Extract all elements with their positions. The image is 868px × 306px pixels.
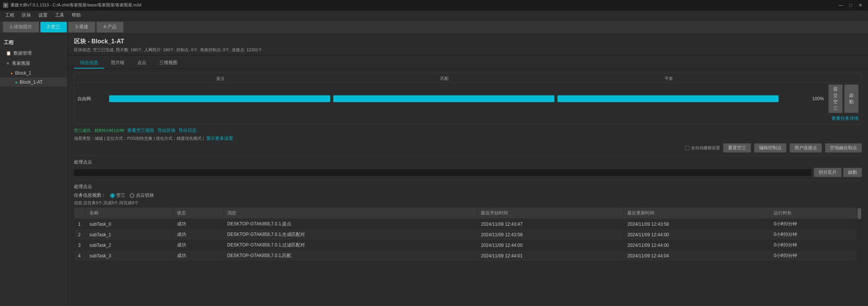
progress-fill-tidu bbox=[109, 95, 330, 102]
row4-message: DESKTOP-GTAK858,7.0.1,匹配 bbox=[223, 251, 477, 261]
menu-item-block[interactable]: 区块 bbox=[18, 11, 35, 19]
col-header-start-time: 最近开始时间 bbox=[477, 208, 623, 219]
row1-name: subTask_0 bbox=[86, 219, 173, 230]
inner-tab-photos[interactable]: 照片组 bbox=[105, 58, 131, 69]
radio-dot-pointcloud bbox=[130, 193, 134, 198]
col-pingcha: 平差 bbox=[557, 76, 780, 81]
workflow-tab-1[interactable]: 1-添加照片 bbox=[3, 22, 39, 32]
block1-status-icon: ● bbox=[11, 71, 13, 75]
sidebar-item-kj-parent[interactable]: ▼ 客家围屋 bbox=[0, 58, 68, 69]
space-link-button[interactable]: 空地融合制点 bbox=[825, 143, 862, 153]
pointcloud-progress-bar bbox=[74, 169, 811, 176]
row2-name: subTask_1 bbox=[86, 230, 173, 240]
show-more-settings-link[interactable]: 显示更多设置 bbox=[206, 135, 233, 142]
sidebar-item-block1[interactable]: ● Block_1 bbox=[0, 69, 68, 78]
progress-row-ziyouwang: 自由网 100% 提交空三 啟動 bbox=[76, 83, 860, 115]
workflow-tabs: 1-添加照片 2-空三 3-重建 4-产品 bbox=[0, 20, 868, 34]
row4-num: 4 bbox=[74, 251, 86, 261]
block-title: 区块 - Block_1-AT bbox=[74, 38, 862, 46]
inner-tab-pointcloud[interactable]: 点云 bbox=[131, 58, 152, 69]
menu-item-help[interactable]: 帮助 bbox=[68, 11, 85, 19]
workflow-tab-4[interactable]: 4-产品 bbox=[97, 22, 123, 32]
radio-konsan[interactable]: 空三 bbox=[110, 192, 125, 199]
col-header-name: 名称 bbox=[86, 208, 173, 219]
workflow-tab-2[interactable]: 2-空三 bbox=[40, 22, 67, 32]
row1-num: 1 bbox=[74, 219, 86, 230]
row1-message: DESKTOP-GTAK858,7.0.1,提点 bbox=[223, 219, 477, 230]
task-table-wrapper: 名称 状态 消息 最近开始时间 最近更新时间 运行时长 1 subTask_0 bbox=[74, 207, 862, 261]
workflow-tab-3[interactable]: 3-重建 bbox=[68, 22, 95, 32]
main-layout: 工程 📋 数据管理 ▼ 客家围屋 ● Block_1 ● Block_1-AT … bbox=[0, 34, 868, 306]
menu-item-project[interactable]: 工程 bbox=[2, 11, 18, 19]
row3-num: 3 bbox=[74, 240, 86, 251]
scrollbar-thumb[interactable] bbox=[857, 208, 861, 219]
title-bar-controls: — □ ✕ bbox=[836, 2, 865, 9]
start-pc-button[interactable]: 啟動 bbox=[843, 168, 862, 177]
menu-item-settings[interactable]: 设置 bbox=[35, 11, 51, 19]
table-row: 3 subTask_2 成功 DESKTOP-GTAK858,7.0.1,过滤匹… bbox=[74, 240, 862, 251]
start-button[interactable]: 啟動 bbox=[844, 84, 859, 113]
auto-build-checkbox[interactable] bbox=[685, 146, 689, 150]
progress-bar-pici bbox=[333, 95, 554, 102]
radio-dot-konsan bbox=[110, 193, 115, 198]
inner-tab-3dview[interactable]: 三维视图 bbox=[153, 58, 183, 69]
reset-konsan-button[interactable]: 重置空三 bbox=[723, 143, 751, 153]
scrollbar[interactable] bbox=[857, 207, 862, 261]
divider-1 bbox=[74, 156, 862, 156]
row2-start: 2024/11/09 12:43:58 bbox=[477, 230, 623, 240]
row3-name: subTask_2 bbox=[86, 240, 173, 251]
user-link-button[interactable]: 用户连接点 bbox=[790, 143, 822, 153]
link-export-block[interactable]: 导出区块 bbox=[157, 127, 175, 134]
block-header: 区块 - Block_1-AT 区块状态: 空三已完成, 照片数: 180个, … bbox=[68, 34, 868, 55]
sidebar-item-kj-label: 客家围屋 bbox=[12, 60, 30, 67]
auto-build-label: 全自动建模设置 bbox=[691, 145, 720, 151]
row2-status: 成功 bbox=[173, 230, 223, 240]
minimize-button[interactable]: — bbox=[836, 2, 845, 9]
pointcloud-section-title-top: 处理点云 bbox=[74, 159, 862, 165]
menu-item-tools[interactable]: 工具 bbox=[51, 11, 68, 19]
row2-update: 2024/11/09 12:44:00 bbox=[623, 230, 770, 240]
pointcloud-section-title-bottom: 处理点云 bbox=[74, 184, 862, 190]
table-row: 2 subTask_1 成功 DESKTOP-GTAK858,7.0.1,生成匹… bbox=[74, 230, 862, 240]
block-meta: 区块状态: 空三已完成, 照片数: 180个, 入网照片: 180个, 控制点:… bbox=[74, 47, 862, 53]
col-header-num bbox=[74, 208, 86, 219]
radio-pointcloud[interactable]: 点云切块 bbox=[130, 192, 154, 199]
controls-row: 全自动建模设置 重置空三 编辑控制点 用户连接点 空地融合制点 bbox=[74, 143, 862, 153]
submit-konsan-button[interactable]: 提交空三 bbox=[828, 84, 843, 113]
row4-duration: 0小时0分钟 bbox=[770, 251, 862, 261]
row2-num: 2 bbox=[74, 230, 86, 240]
row3-update: 2024/11/09 12:44:00 bbox=[623, 240, 770, 251]
sidebar-title: 工程 bbox=[0, 37, 68, 48]
sidebar: 工程 📋 数据管理 ▼ 客家围屋 ● Block_1 ● Block_1-AT bbox=[0, 34, 68, 306]
progress-section: 提点 匹配 平差 自由网 bbox=[74, 73, 862, 124]
scene-type-text: 场景类型：城镇 | 定位方式：POS别性交换 | 优化方式：精度优先模式 | bbox=[74, 136, 204, 141]
block1-at-status-icon: ● bbox=[15, 80, 17, 84]
tree-arrow-icon: ▼ bbox=[6, 61, 10, 66]
slice-tiles-button[interactable]: 切分瓦片 bbox=[814, 168, 842, 177]
col-header-duration: 运行时长 bbox=[770, 208, 862, 219]
row1-status: 成功 bbox=[173, 219, 223, 230]
status-row: 空三成功，耗时0小时1分钟 查看空三报告 导出区块 导出日志 bbox=[74, 127, 862, 134]
col-header-update-time: 最近更新时间 bbox=[623, 208, 770, 219]
task-info-title: 任务信息视图： bbox=[74, 192, 106, 199]
link-export-log[interactable]: 导出日志 bbox=[179, 127, 197, 134]
row1-start: 2024/11/09 12:43:47 bbox=[477, 219, 623, 230]
progress-row-label: 自由网 bbox=[77, 96, 108, 102]
close-button[interactable]: ✕ bbox=[856, 2, 865, 9]
content-area: 区块 - Block_1-AT 区块状态: 空三已完成, 照片数: 180个, … bbox=[68, 34, 868, 306]
maximize-button[interactable]: □ bbox=[846, 2, 855, 9]
table-row: 1 subTask_0 成功 DESKTOP-GTAK858,7.0.1,提点 … bbox=[74, 219, 862, 230]
settings-row: 场景类型：城镇 | 定位方式：POS别性交换 | 优化方式：精度优先模式 | 显… bbox=[74, 135, 862, 142]
progress-bar-pingcha bbox=[557, 95, 779, 102]
sidebar-item-block1-at[interactable]: ● Block_1-AT bbox=[0, 78, 68, 87]
link-konsan-report[interactable]: 查看空三报告 bbox=[127, 127, 154, 134]
row4-update: 2024/11/09 12:44:04 bbox=[623, 251, 770, 261]
col-tidu: 提点 bbox=[109, 76, 332, 81]
progress-header: 提点 匹配 平差 bbox=[76, 75, 860, 83]
inner-tab-overview[interactable]: 综合信息 bbox=[74, 58, 104, 69]
edit-ctrl-button[interactable]: 编辑控制点 bbox=[754, 143, 786, 153]
title-bar: Ir 重建大师v7.0.1.1313 - C:/A-zhb/客家围屋/base/… bbox=[0, 0, 868, 11]
row3-status: 成功 bbox=[173, 240, 223, 251]
view-detail-link[interactable]: 查看任务详情 bbox=[831, 116, 859, 121]
sidebar-item-data-mgmt[interactable]: 📋 数据管理 bbox=[0, 48, 68, 58]
